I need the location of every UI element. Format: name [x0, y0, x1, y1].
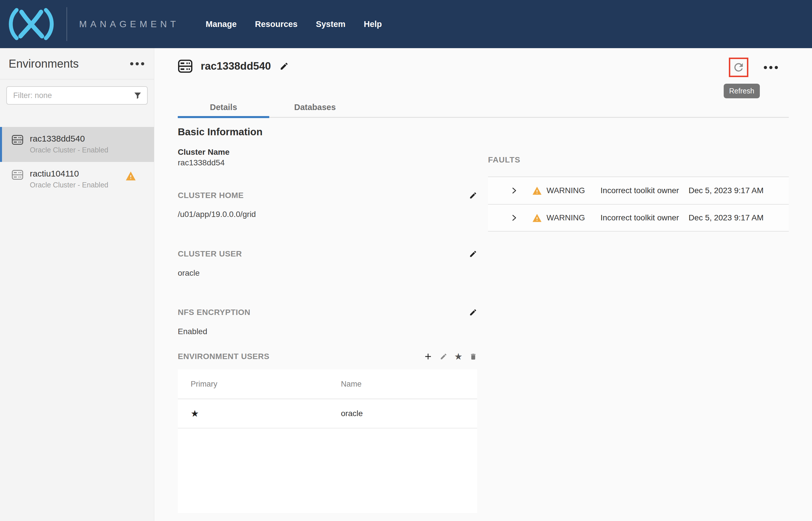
nav-item-help[interactable]: Help [364, 20, 382, 29]
environment-users-actions: ★ [423, 352, 477, 361]
cluster-home-value: /u01/app/19.0.0.0/grid [178, 210, 477, 219]
cluster-user-row: CLUSTER USER [178, 249, 477, 258]
fault-row[interactable]: WARNING Incorrect toolkit owner Dec 5, 2… [488, 177, 789, 204]
page-more-button[interactable] [764, 66, 778, 69]
host-icon [12, 134, 23, 145]
environment-users-table: Primary Name ★ oracle [178, 369, 477, 513]
nav-links: Manage Resources System Help [205, 20, 381, 29]
fault-date: Dec 5, 2023 9:17 AM [688, 186, 764, 195]
fault-row[interactable]: WARNING Incorrect toolkit owner Dec 5, 2… [488, 204, 789, 231]
table-row[interactable]: ★ oracle [178, 399, 477, 428]
tab-divider [178, 117, 789, 118]
fault-description: Incorrect toolkit owner [600, 186, 679, 195]
column-header-name: Name [341, 380, 477, 389]
cluster-name-label: Cluster Name [178, 148, 477, 157]
edit-title-pencil-icon[interactable] [280, 62, 289, 71]
brand-text: MANAGEMENT [79, 19, 179, 29]
basic-information-column: Basic Information Cluster Name rac1338dd… [178, 126, 477, 521]
nav-divider [67, 7, 67, 41]
environment-users-row: ENVIRONMENT USERS ★ [178, 352, 477, 361]
fault-date: Dec 5, 2023 9:17 AM [688, 213, 764, 222]
environment-subtitle: Oracle Cluster - Enabled [30, 181, 108, 189]
cluster-user-label: CLUSTER USER [178, 249, 242, 258]
column-header-primary: Primary [191, 380, 341, 389]
top-nav: MANAGEMENT Manage Resources System Help [0, 0, 812, 48]
user-name-cell: oracle [341, 409, 477, 418]
warning-icon [532, 186, 542, 195]
warning-icon [125, 171, 136, 181]
page-title: rac1338dd540 [201, 60, 271, 72]
app-window: MANAGEMENT Manage Resources System Help … [0, 0, 812, 521]
environment-name: ractiu104110 [30, 169, 108, 179]
nfs-encryption-value: Enabled [178, 327, 477, 336]
edit-user-pencil-icon[interactable] [440, 353, 447, 360]
fault-severity: WARNING [547, 213, 585, 222]
tab-databases[interactable]: Databases [269, 98, 361, 116]
environment-filter-input[interactable] [6, 86, 148, 105]
nav-item-resources[interactable]: Resources [255, 20, 297, 29]
environment-name: rac1338dd540 [30, 134, 108, 143]
faults-column: FAULTS WARNING Incorrect toolkit owner D… [488, 126, 789, 521]
environment-item-ractiu104110[interactable]: ractiu104110 Oracle Cluster - Enabled [0, 162, 154, 197]
nav-item-system[interactable]: System [316, 20, 346, 29]
cluster-name-value: rac1338dd54 [178, 158, 477, 167]
host-icon [178, 59, 193, 73]
edit-cluster-user-pencil-icon[interactable] [469, 250, 477, 258]
nfs-encryption-label: NFS ENCRYPTION [178, 308, 250, 317]
warning-icon [532, 213, 542, 222]
environments-sidebar: Environments [0, 48, 154, 521]
active-tab-indicator [178, 116, 269, 118]
host-icon [12, 169, 23, 180]
refresh-tooltip: Refresh [724, 84, 760, 98]
main-panel: rac1338dd540 Refresh Details Databases B… [155, 48, 812, 521]
faults-section-label: FAULTS [488, 155, 789, 164]
delete-user-trash-icon[interactable] [469, 353, 477, 361]
fault-description: Incorrect toolkit owner [600, 213, 679, 222]
section-title: Basic Information [178, 126, 477, 138]
delphix-logo-icon[interactable] [7, 7, 56, 41]
fault-severity: WARNING [547, 186, 585, 195]
cluster-home-row: CLUSTER HOME [178, 191, 477, 200]
environment-list: rac1338dd540 Oracle Cluster - Enabled ra… [0, 127, 154, 197]
nfs-encryption-row: NFS ENCRYPTION [178, 308, 477, 317]
refresh-icon [732, 61, 745, 74]
edit-nfs-encryption-pencil-icon[interactable] [469, 308, 477, 316]
filter-field-wrap [6, 86, 148, 105]
environment-subtitle: Oracle Cluster - Enabled [30, 146, 108, 154]
add-user-icon[interactable] [423, 352, 433, 361]
sidebar-title: Environments [8, 57, 79, 70]
tab-details[interactable]: Details [178, 98, 269, 116]
environment-item-text: rac1338dd540 Oracle Cluster - Enabled [30, 134, 108, 162]
environment-item-text: ractiu104110 Oracle Cluster - Enabled [30, 169, 108, 197]
environment-users-table-header: Primary Name [178, 369, 477, 399]
details-content: Basic Information Cluster Name rac1338dd… [178, 126, 789, 521]
sidebar-header: Environments [0, 48, 154, 80]
set-primary-star-icon[interactable]: ★ [454, 352, 462, 361]
sidebar-more-button[interactable] [130, 62, 144, 65]
refresh-button[interactable] [729, 58, 748, 77]
expand-chevron-icon[interactable] [510, 187, 518, 194]
environment-users-label: ENVIRONMENT USERS [178, 352, 269, 361]
cluster-home-label: CLUSTER HOME [178, 191, 244, 200]
nav-item-manage[interactable]: Manage [205, 20, 237, 29]
edit-cluster-home-pencil-icon[interactable] [469, 191, 477, 200]
page-title-row: rac1338dd540 [178, 59, 289, 73]
faults-table: WARNING Incorrect toolkit owner Dec 5, 2… [488, 177, 789, 231]
primary-star-icon: ★ [191, 408, 341, 419]
environment-item-rac1338dd540[interactable]: rac1338dd540 Oracle Cluster - Enabled [0, 127, 154, 162]
expand-chevron-icon[interactable] [510, 214, 518, 222]
cluster-user-value: oracle [178, 269, 477, 278]
filter-funnel-icon[interactable] [133, 91, 142, 100]
